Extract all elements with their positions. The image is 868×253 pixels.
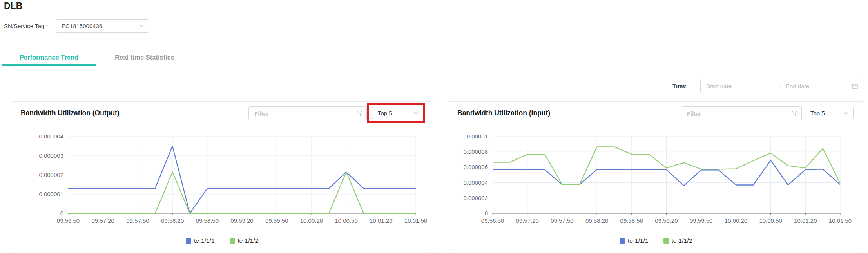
svg-text:09:58:50: 09:58:50 xyxy=(620,217,643,224)
filter-field xyxy=(681,106,802,120)
tab-bar: Performance Trend Real-time Statistics xyxy=(0,50,868,66)
top-n-value: Top 5 xyxy=(378,110,392,116)
top-n-select[interactable]: Top 5 xyxy=(805,107,854,119)
svg-text:09:59:50: 09:59:50 xyxy=(690,217,712,224)
svg-text:09:59:20: 09:59:20 xyxy=(230,217,253,224)
card-title-input: Bandwidth Utilization (Input) xyxy=(457,109,550,117)
svg-text:09:58:20: 09:58:20 xyxy=(161,217,184,224)
svg-text:0.000008: 0.000008 xyxy=(463,148,488,155)
svg-text:0.000004: 0.000004 xyxy=(463,179,488,186)
svg-text:09:57:50: 09:57:50 xyxy=(551,217,573,224)
range-arrow-icon: → xyxy=(772,83,786,89)
svg-text:0.00001: 0.00001 xyxy=(467,133,488,140)
svg-text:0: 0 xyxy=(60,210,63,217)
svg-text:0.000001: 0.000001 xyxy=(39,191,63,197)
date-range-picker[interactable]: → xyxy=(700,79,863,93)
required-asterisk: * xyxy=(46,23,48,29)
svg-text:09:57:20: 09:57:20 xyxy=(516,217,539,224)
card-title-output: Bandwidth Utilization (Output) xyxy=(21,109,120,117)
svg-text:10:01:20: 10:01:20 xyxy=(794,217,817,224)
legend-label: te-1/1/1 xyxy=(628,237,649,244)
sn-service-tag-select[interactable]: EC1815000436 xyxy=(56,19,149,33)
legend-label: te-1/1/1 xyxy=(194,237,215,244)
chevron-down-icon xyxy=(139,25,144,27)
top-n-select[interactable]: Top 5 xyxy=(372,107,424,119)
tab-realtime-statistics[interactable]: Real-time Statistics xyxy=(96,50,193,66)
chart-legend: te-1/1/1te-1/1/2 xyxy=(11,237,433,244)
chart-legend: te-1/1/1te-1/1/2 xyxy=(448,237,864,244)
legend-swatch xyxy=(620,238,625,244)
legend-label: te-1/1/2 xyxy=(238,237,259,244)
svg-text:0.000002: 0.000002 xyxy=(463,195,488,201)
svg-text:09:59:50: 09:59:50 xyxy=(265,217,288,224)
filter-funnel-icon xyxy=(357,111,362,116)
tab-performance-trend[interactable]: Performance Trend xyxy=(2,50,96,66)
svg-text:10:00:20: 10:00:20 xyxy=(300,217,323,224)
svg-text:0.000003: 0.000003 xyxy=(39,152,63,159)
sn-select-value: EC1815000436 xyxy=(62,23,102,29)
sn-service-tag-label: SN/Service Tag* xyxy=(4,23,48,29)
legend-swatch xyxy=(186,238,191,244)
page-title: DLB xyxy=(4,1,22,11)
filter-input[interactable] xyxy=(254,110,357,117)
bandwidth-input-chart: 00.0000020.0000040.0000060.0000080.00001… xyxy=(448,125,864,231)
svg-text:09:57:20: 09:57:20 xyxy=(92,217,114,224)
svg-text:09:59:20: 09:59:20 xyxy=(655,217,678,224)
sn-service-tag-label-text: SN/Service Tag xyxy=(4,23,44,29)
card-header: Bandwidth Utilization (Output) Top 5 xyxy=(11,102,433,125)
legend-swatch xyxy=(230,238,235,244)
svg-text:0: 0 xyxy=(485,210,488,217)
svg-text:0.000004: 0.000004 xyxy=(39,133,63,140)
svg-text:10:01:20: 10:01:20 xyxy=(370,217,392,224)
svg-text:09:57:50: 09:57:50 xyxy=(126,217,149,224)
legend-swatch xyxy=(663,238,669,244)
svg-text:0.000006: 0.000006 xyxy=(463,164,488,170)
svg-text:09:56:50: 09:56:50 xyxy=(481,217,504,224)
svg-text:10:00:20: 10:00:20 xyxy=(725,217,747,224)
filter-input[interactable] xyxy=(687,110,792,117)
chevron-down-icon xyxy=(844,112,848,115)
chevron-down-icon xyxy=(414,112,419,115)
bandwidth-input-card: Bandwidth Utilization (Input) Top 5 00.0… xyxy=(448,101,864,250)
card-header: Bandwidth Utilization (Input) Top 5 xyxy=(448,102,864,125)
legend-item[interactable]: te-1/1/2 xyxy=(230,237,259,244)
svg-text:10:00:50: 10:00:50 xyxy=(335,217,357,224)
calendar-icon[interactable] xyxy=(852,83,858,89)
legend-item[interactable]: te-1/1/1 xyxy=(186,237,215,244)
legend-item[interactable]: te-1/1/2 xyxy=(663,237,692,244)
filter-field xyxy=(248,106,367,120)
svg-text:10:01:50: 10:01:50 xyxy=(829,217,852,224)
svg-text:10:01:50: 10:01:50 xyxy=(404,217,427,224)
svg-text:09:56:50: 09:56:50 xyxy=(57,217,80,224)
svg-text:0.000002: 0.000002 xyxy=(39,171,63,178)
time-label: Time xyxy=(672,82,686,89)
legend-label: te-1/1/2 xyxy=(672,237,692,244)
start-date-input[interactable] xyxy=(706,83,772,89)
end-date-input[interactable] xyxy=(786,83,852,89)
top-n-value: Top 5 xyxy=(810,110,825,116)
bandwidth-output-card: Bandwidth Utilization (Output) Top 5 00.… xyxy=(11,101,433,250)
svg-text:09:58:50: 09:58:50 xyxy=(196,217,219,224)
svg-text:10:00:50: 10:00:50 xyxy=(759,217,782,224)
filter-funnel-icon xyxy=(792,111,797,116)
bandwidth-output-chart: 00.0000010.0000020.0000030.00000409:56:5… xyxy=(11,125,433,231)
svg-text:09:58:20: 09:58:20 xyxy=(585,217,608,224)
legend-item[interactable]: te-1/1/1 xyxy=(620,237,649,244)
